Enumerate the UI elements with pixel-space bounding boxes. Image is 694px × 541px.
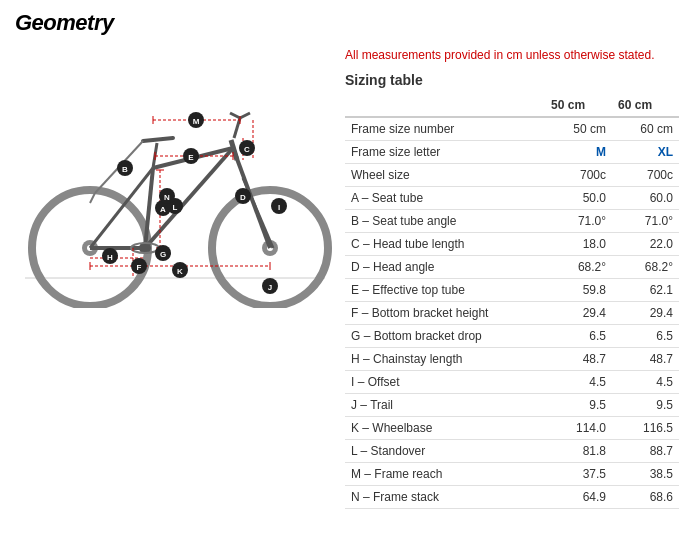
row-label: A – Seat tube: [345, 187, 545, 210]
row-col1: 48.7: [545, 348, 612, 371]
svg-text:G: G: [160, 250, 166, 259]
svg-text:A: A: [160, 205, 166, 214]
table-row: G – Bottom bracket drop6.56.5: [345, 325, 679, 348]
row-col1: 37.5: [545, 463, 612, 486]
svg-line-19: [143, 138, 173, 141]
measurement-note: All measurements provided in cm unless o…: [345, 48, 679, 62]
row-col1: 68.2°: [545, 256, 612, 279]
table-row: E – Effective top tube59.862.1: [345, 279, 679, 302]
row-col2: 71.0°: [612, 210, 679, 233]
row-col2: 38.5: [612, 463, 679, 486]
svg-text:H: H: [107, 253, 113, 262]
row-col2: 62.1: [612, 279, 679, 302]
row-label: G – Bottom bracket drop: [345, 325, 545, 348]
table-row: B – Seat tube angle71.0°71.0°: [345, 210, 679, 233]
row-label: F – Bottom bracket height: [345, 302, 545, 325]
svg-line-17: [240, 113, 250, 118]
row-col1: 18.0: [545, 233, 612, 256]
row-col2: 6.5: [612, 325, 679, 348]
right-panel: All measurements provided in cm unless o…: [345, 48, 679, 509]
table-row: I – Offset4.54.5: [345, 371, 679, 394]
row-col2: 4.5: [612, 371, 679, 394]
table-row: Frame size letterMXL: [345, 141, 679, 164]
row-label: M – Frame reach: [345, 463, 545, 486]
table-row: L – Standover81.888.7: [345, 440, 679, 463]
table-row: F – Bottom bracket height29.429.4: [345, 302, 679, 325]
row-label: I – Offset: [345, 371, 545, 394]
row-label: N – Frame stack: [345, 486, 545, 509]
row-label: K – Wheelbase: [345, 417, 545, 440]
row-col1: 50 cm: [545, 117, 612, 141]
table-row: A – Seat tube50.060.0: [345, 187, 679, 210]
table-row: C – Head tube length18.022.0: [345, 233, 679, 256]
row-col2: 22.0: [612, 233, 679, 256]
row-col2: 88.7: [612, 440, 679, 463]
svg-text:E: E: [188, 153, 194, 162]
col-header-50: 50 cm: [545, 94, 612, 117]
row-col1: 29.4: [545, 302, 612, 325]
svg-text:F: F: [137, 263, 142, 272]
table-row: N – Frame stack64.968.6: [345, 486, 679, 509]
svg-text:N: N: [164, 193, 170, 202]
row-col2: 68.2°: [612, 256, 679, 279]
svg-text:D: D: [240, 193, 246, 202]
row-label: J – Trail: [345, 394, 545, 417]
row-col1: 81.8: [545, 440, 612, 463]
table-row: J – Trail9.59.5: [345, 394, 679, 417]
table-row: Frame size number50 cm60 cm: [345, 117, 679, 141]
svg-line-14: [231, 140, 237, 160]
table-row: K – Wheelbase114.0116.5: [345, 417, 679, 440]
table-row: M – Frame reach37.538.5: [345, 463, 679, 486]
row-col1: 50.0: [545, 187, 612, 210]
row-col2: 29.4: [612, 302, 679, 325]
row-col2: 60.0: [612, 187, 679, 210]
row-col2: 68.6: [612, 486, 679, 509]
sizing-table: 50 cm 60 cm Frame size number50 cm60 cmF…: [345, 94, 679, 509]
svg-line-16: [230, 113, 240, 118]
row-label: D – Head angle: [345, 256, 545, 279]
table-row: Wheel size700c700c: [345, 164, 679, 187]
svg-line-15: [234, 118, 240, 138]
row-col1: 71.0°: [545, 210, 612, 233]
page-title: Geometry: [15, 10, 679, 36]
row-label: L – Standover: [345, 440, 545, 463]
row-label: Frame size letter: [345, 141, 545, 164]
row-col2: 9.5: [612, 394, 679, 417]
row-col2: 700c: [612, 164, 679, 187]
col-header-label: [345, 94, 545, 117]
row-label: Wheel size: [345, 164, 545, 187]
row-label: Frame size number: [345, 117, 545, 141]
row-col1: 4.5: [545, 371, 612, 394]
svg-text:C: C: [244, 145, 250, 154]
row-col2: XL: [612, 141, 679, 164]
svg-text:B: B: [122, 165, 128, 174]
row-label: C – Head tube length: [345, 233, 545, 256]
row-col1: M: [545, 141, 612, 164]
row-col1: 700c: [545, 164, 612, 187]
row-col1: 6.5: [545, 325, 612, 348]
row-col2: 48.7: [612, 348, 679, 371]
row-col1: 64.9: [545, 486, 612, 509]
svg-text:L: L: [173, 203, 178, 212]
row-col1: 114.0: [545, 417, 612, 440]
bike-diagram: A B C D E F G H I J: [15, 48, 335, 311]
row-col1: 9.5: [545, 394, 612, 417]
row-label: B – Seat tube angle: [345, 210, 545, 233]
svg-line-21: [90, 193, 95, 203]
row-col2: 116.5: [612, 417, 679, 440]
svg-text:M: M: [193, 117, 200, 126]
col-header-60: 60 cm: [612, 94, 679, 117]
row-label: E – Effective top tube: [345, 279, 545, 302]
row-col1: 59.8: [545, 279, 612, 302]
table-title: Sizing table: [345, 72, 679, 88]
table-row: H – Chainstay length48.748.7: [345, 348, 679, 371]
row-label: H – Chainstay length: [345, 348, 545, 371]
svg-text:J: J: [268, 283, 272, 292]
svg-text:K: K: [177, 267, 183, 276]
row-col2: 60 cm: [612, 117, 679, 141]
svg-text:I: I: [278, 203, 280, 212]
table-row: D – Head angle68.2°68.2°: [345, 256, 679, 279]
